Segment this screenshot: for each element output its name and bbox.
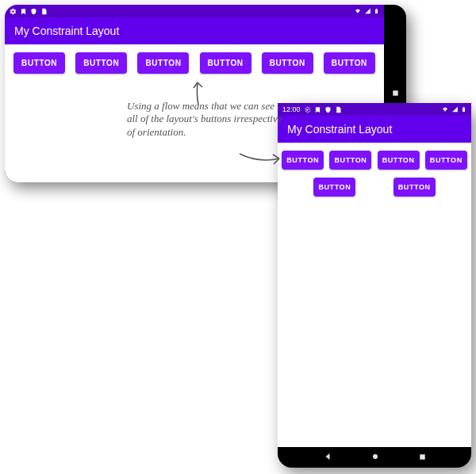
button-3[interactable]: BUTTON [378,151,420,170]
content-portrait: BUTTON BUTTON BUTTON BUTTON BUTTON BUTTO… [278,143,471,205]
svg-rect-5 [463,107,464,108]
svg-rect-1 [376,9,377,10]
page-icon [335,106,342,113]
svg-rect-4 [463,108,465,112]
content-landscape: BUTTON BUTTON BUTTON BUTTON BUTTON BUTTO… [5,44,384,82]
button-3[interactable]: BUTTON [137,52,189,74]
shield-icon [324,106,332,113]
phone-portrait-frame: 12:00 My Constraint Layout BUTTON BUTTON… [278,103,471,468]
status-left: 12:00 [282,105,342,113]
app-bar: My Constraint Layout [278,116,471,143]
annotation-text: Using a flow means that we can see all o… [127,100,286,139]
button-flow: BUTTON BUTTON BUTTON BUTTON BUTTON BUTTO… [11,52,378,74]
button-1[interactable]: BUTTON [282,151,324,170]
status-right [354,7,379,15]
svg-rect-0 [375,10,378,13]
nav-recents-icon[interactable] [418,450,427,464]
page-icon [40,8,48,15]
nav-home-icon[interactable] [370,450,380,464]
button-1[interactable]: BUTTON [13,52,65,74]
svg-rect-2 [393,90,397,95]
button-5[interactable]: BUTTON [262,52,313,74]
button-2[interactable]: BUTTON [329,151,371,170]
wifi-icon [354,8,362,14]
svg-rect-7 [420,454,424,459]
shield-icon [30,8,37,15]
button-flow: BUTTON BUTTON BUTTON BUTTON BUTTON BUTTO… [281,151,468,197]
nav-bar-portrait [278,447,471,468]
status-bar: 12:00 [278,103,471,116]
battery-icon [461,105,466,113]
signal-icon [364,8,371,14]
status-bar [5,5,384,17]
status-left [10,8,48,15]
button-4[interactable]: BUTTON [425,151,467,170]
svg-point-3 [306,109,308,110]
wifi-icon [441,106,449,113]
bookmark-icon [314,106,321,113]
button-5[interactable]: BUTTON [313,178,355,197]
page-title: My Constraint Layout [287,123,392,136]
button-2[interactable]: BUTTON [75,52,127,74]
bookmark-icon [20,8,27,15]
app-bar: My Constraint Layout [5,17,384,44]
page-title: My Constraint Layout [14,25,119,37]
nav-back-icon[interactable] [323,450,332,464]
button-6[interactable]: BUTTON [324,52,375,74]
status-right [441,105,466,113]
signal-icon [451,106,459,113]
battery-icon [374,7,379,15]
svg-point-6 [373,454,378,459]
button-6[interactable]: BUTTON [393,178,436,197]
gear-icon [304,106,311,113]
gear-icon [10,8,17,15]
phone-portrait-screen: 12:00 My Constraint Layout BUTTON BUTTON… [278,103,471,447]
button-4[interactable]: BUTTON [200,52,251,74]
nav-square-icon[interactable] [391,86,400,101]
